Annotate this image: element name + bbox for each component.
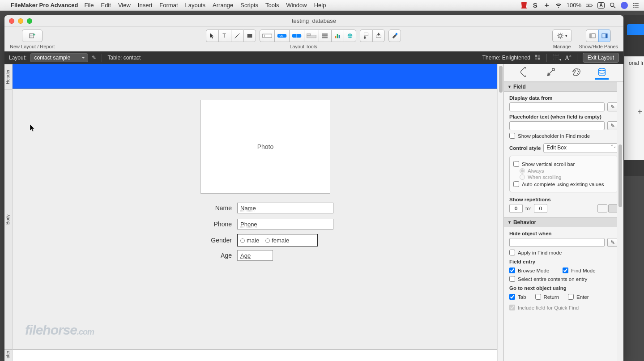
display-data-input[interactable] <box>509 102 605 111</box>
mac-menubar: FileMaker Pro Advanced File Edit View In… <box>0 0 644 11</box>
enter-checkbox[interactable] <box>568 294 574 300</box>
canvas-body-part[interactable]: Photo Name Name Phone Phone Gender male … <box>13 89 503 349</box>
rep-to-input[interactable] <box>534 204 547 213</box>
rep-orientation-horizontal[interactable] <box>608 204 618 212</box>
theme-picker-icon[interactable] <box>534 54 541 62</box>
toggle-left-pane[interactable] <box>586 30 598 42</box>
tool-text[interactable]: T <box>218 30 231 42</box>
window-minimize-button[interactable] <box>18 18 23 24</box>
menu-view[interactable]: View <box>118 2 131 8</box>
placeholder-label: Placeholder text (when field is empty) <box>509 114 618 119</box>
toggle-right-pane[interactable] <box>598 30 611 42</box>
browse-mode-checkbox[interactable] <box>509 268 515 273</box>
canvas-header-part[interactable] <box>13 64 503 89</box>
find-mode-checkbox[interactable] <box>563 268 568 273</box>
tool-button-bar[interactable] <box>289 30 304 42</box>
show-scroll-checkbox[interactable] <box>513 161 519 167</box>
manage-button[interactable]: ▾ <box>552 30 572 42</box>
status-film-icon[interactable] <box>521 2 527 8</box>
rep-from-input[interactable] <box>509 204 523 213</box>
tool-web-viewer[interactable] <box>344 30 356 42</box>
display-data-edit-button[interactable]: ✎ <box>607 102 618 111</box>
age-field[interactable]: Age <box>237 250 273 261</box>
gender-field[interactable]: male female <box>237 234 318 246</box>
inspector-tab-data[interactable] <box>595 66 609 80</box>
radio-icon <box>240 238 245 243</box>
spotlight-icon[interactable] <box>609 2 616 8</box>
part-footer[interactable]: oter <box>4 349 12 361</box>
battery-text: 100% <box>567 2 581 8</box>
tool-tab-control[interactable] <box>304 30 319 42</box>
part-header[interactable]: Header <box>4 64 12 89</box>
main-area: Header Body oter Photo Name Name Phone P… <box>4 64 623 361</box>
menu-arrange[interactable]: Arrange <box>213 2 233 8</box>
svg-rect-17 <box>247 34 252 38</box>
status-plus-icon[interactable]: + <box>543 2 550 8</box>
menu-edit[interactable]: Edit <box>101 2 111 8</box>
keyboard-a-icon[interactable]: A <box>597 2 605 8</box>
control-style-label: Control style <box>509 145 541 151</box>
tool-popover-insert[interactable] <box>360 30 372 42</box>
part-body[interactable]: Body <box>4 89 12 349</box>
menubar-app-name[interactable]: FileMaker Pro Advanced <box>11 2 78 8</box>
tool-button[interactable]: OK <box>274 30 289 42</box>
autocomplete-checkbox[interactable] <box>513 181 519 187</box>
menu-scripts[interactable]: Scripts <box>240 2 258 8</box>
tool-part[interactable] <box>372 30 385 42</box>
menu-layouts[interactable]: Layouts <box>185 2 206 8</box>
apply-find-checkbox[interactable] <box>509 250 515 255</box>
phone-field[interactable]: Phone <box>237 219 333 229</box>
inspector-scrollbar[interactable] <box>617 82 623 361</box>
manage-label: Manage <box>553 44 571 49</box>
rep-orientation-vertical[interactable] <box>597 204 607 212</box>
window-zoom-button[interactable] <box>27 18 32 24</box>
tab-checkbox[interactable] <box>509 294 515 300</box>
menu-list-icon[interactable] <box>632 2 640 8</box>
exit-layout-button[interactable]: Exit Layout <box>583 53 619 63</box>
inspector-tab-position[interactable] <box>519 66 532 80</box>
new-layout-button[interactable] <box>22 30 43 42</box>
return-checkbox[interactable] <box>535 294 541 300</box>
svg-line-16 <box>235 34 240 38</box>
section-behavior-header[interactable]: Behavior <box>504 217 623 227</box>
battery-icon[interactable] <box>586 2 593 8</box>
canvas-scrollbar[interactable] <box>497 64 503 361</box>
grid-icon[interactable]: ▾ <box>552 54 561 62</box>
text-tool-icon[interactable]: Aa <box>565 54 571 62</box>
tool-line[interactable] <box>231 30 243 42</box>
menu-tools[interactable]: Tools <box>265 2 279 8</box>
hide-when-edit-button[interactable]: ✎ <box>607 238 618 247</box>
inspector-tab-appearance[interactable] <box>570 66 583 80</box>
name-field[interactable]: Name <box>237 203 333 213</box>
canvas-footer-part[interactable] <box>13 349 503 361</box>
tool-format-painter[interactable] <box>388 30 401 42</box>
hide-when-input[interactable] <box>509 238 605 247</box>
layout-selector[interactable]: contact sample <box>30 53 88 62</box>
menu-window[interactable]: Window <box>286 2 307 8</box>
select-entire-checkbox[interactable] <box>509 276 515 282</box>
control-style-select[interactable]: Edit Box <box>543 143 618 153</box>
menu-format[interactable]: Format <box>159 2 178 8</box>
show-placeholder-find-checkbox[interactable] <box>509 133 515 139</box>
status-s-icon[interactable]: S <box>532 2 539 8</box>
menu-file[interactable]: File <box>85 2 94 8</box>
placeholder-input[interactable] <box>509 121 605 130</box>
menu-insert[interactable]: Insert <box>138 2 153 8</box>
layout-canvas[interactable]: Photo Name Name Phone Phone Gender male … <box>13 64 503 361</box>
placeholder-edit-button[interactable]: ✎ <box>607 121 618 130</box>
photo-container[interactable]: Photo <box>200 100 330 194</box>
tool-pointer[interactable] <box>206 30 218 42</box>
svg-rect-35 <box>364 33 368 36</box>
discord-icon[interactable] <box>621 2 628 9</box>
tool-rectangle[interactable] <box>243 30 256 42</box>
tool-portal[interactable] <box>319 30 331 42</box>
tool-chart[interactable] <box>331 30 344 42</box>
edit-layout-icon[interactable]: ✎ <box>92 55 96 61</box>
menu-help[interactable]: Help <box>314 2 326 8</box>
tool-field[interactable] <box>260 30 274 42</box>
display-data-label: Display data from <box>509 95 618 101</box>
inspector-tab-styles[interactable] <box>544 66 558 80</box>
wifi-icon[interactable] <box>555 2 562 8</box>
section-field-header[interactable]: Field <box>504 82 623 92</box>
window-close-button[interactable] <box>9 18 14 24</box>
